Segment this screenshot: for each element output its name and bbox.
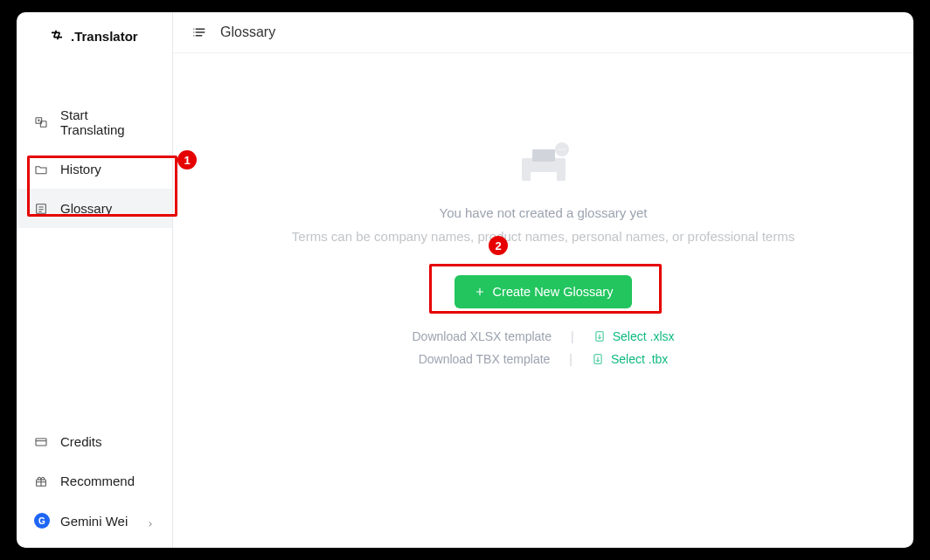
svg-rect-6: [531, 172, 557, 188]
avatar: G: [34, 513, 50, 529]
svg-point-10: [561, 149, 563, 150]
empty-subtitle: Terms can be company names, product name…: [292, 229, 795, 244]
download-row-tbx: Download TBX template | Select .tbx: [419, 352, 669, 366]
select-tbx-label: Select .tbx: [611, 352, 668, 366]
main: Glossary You have not created a glossary…: [173, 12, 913, 548]
menu-list-icon[interactable]: [192, 24, 208, 40]
download-row-xlsx: Download XLSX template | Select .xlsx: [413, 329, 675, 343]
empty-illustration-icon: [513, 141, 574, 190]
sidebar-item-history[interactable]: History: [17, 149, 172, 189]
create-glossary-button[interactable]: Create New Glossary: [455, 275, 633, 308]
user-name: Gemini Wei: [60, 514, 128, 529]
file-import-icon: [592, 353, 604, 365]
nav-main: Start Translating History Glossary: [17, 60, 172, 422]
sidebar-item-credits[interactable]: Credits: [17, 422, 172, 461]
select-xlsx-label: Select .xlsx: [613, 329, 675, 343]
sidebar: .Translator Start Translating History Gl…: [17, 12, 173, 548]
brand: .Translator: [17, 12, 172, 60]
file-import-icon: [593, 330, 606, 342]
app-window: .Translator Start Translating History Gl…: [17, 12, 913, 548]
card-icon: [34, 435, 48, 449]
gift-icon: [34, 474, 48, 488]
svg-rect-3: [36, 439, 46, 446]
folder-icon: [34, 162, 48, 176]
sidebar-item-recommend[interactable]: Recommend: [17, 461, 172, 501]
brand-name: .Translator: [71, 29, 138, 44]
divider: |: [569, 352, 573, 366]
sidebar-item-start-translating[interactable]: Start Translating: [17, 95, 172, 149]
select-tbx-link[interactable]: Select .tbx: [592, 352, 668, 366]
svg-point-9: [559, 149, 560, 150]
svg-point-11: [564, 149, 566, 150]
nav-bottom: Credits Recommend G Gemini Wei: [17, 422, 172, 548]
empty-state: You have not created a glossary yet Term…: [173, 53, 913, 548]
download-tbx-label: Download TBX template: [419, 352, 551, 366]
list-box-icon: [34, 202, 48, 216]
create-button-label: Create New Glossary: [493, 285, 614, 299]
select-xlsx-link[interactable]: Select .xlsx: [593, 329, 675, 343]
sidebar-item-label: Start Translating: [60, 107, 155, 137]
sidebar-item-label: Credits: [60, 434, 102, 449]
plus-icon: [474, 286, 486, 298]
svg-rect-7: [532, 149, 555, 162]
empty-title: You have not created a glossary yet: [440, 205, 648, 220]
download-xlsx-label: Download XLSX template: [413, 329, 552, 343]
sidebar-user[interactable]: G Gemini Wei: [17, 501, 172, 541]
chevron-right-icon: [146, 516, 155, 525]
brand-logo-icon: [50, 28, 64, 45]
sidebar-item-label: Glossary: [60, 201, 112, 216]
sidebar-item-label: History: [60, 162, 101, 176]
divider: |: [571, 329, 574, 343]
header: Glossary: [173, 12, 913, 53]
page-title: Glossary: [220, 24, 275, 40]
translate-icon: [34, 115, 48, 129]
sidebar-item-label: Recommend: [60, 474, 135, 488]
sidebar-item-glossary[interactable]: Glossary: [17, 189, 172, 228]
